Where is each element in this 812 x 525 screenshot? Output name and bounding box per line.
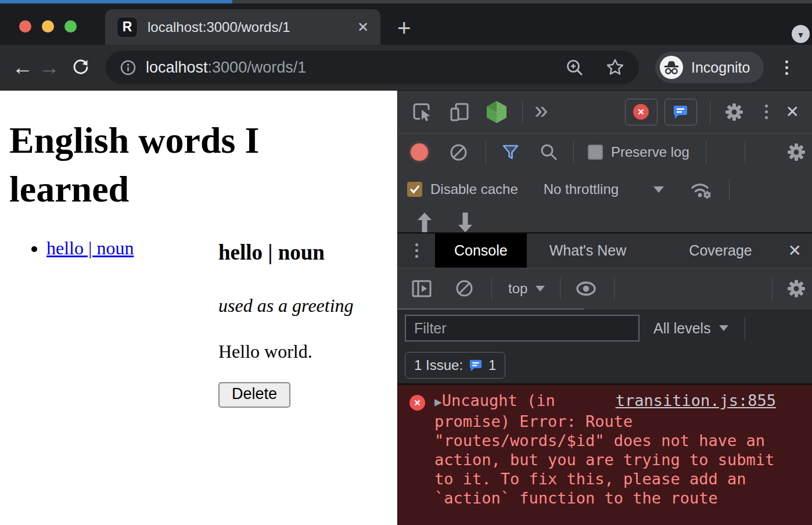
tab-coverage[interactable]: Coverage (670, 233, 771, 268)
browser-window: R localhost:3000/words/1 ✕ + ▼ ← → local… (0, 0, 812, 525)
tab-close-icon[interactable]: ✕ (357, 19, 369, 35)
browser-tab[interactable]: R localhost:3000/words/1 ✕ (105, 9, 380, 45)
console-sidebar-icon[interactable] (411, 278, 433, 300)
network-settings-gear-icon[interactable] (785, 141, 807, 163)
word-link[interactable]: hello | noun (46, 238, 134, 258)
console-toolbar: top (398, 268, 812, 309)
caret-down-icon (653, 186, 664, 193)
clear-network-icon[interactable] (449, 143, 468, 162)
console-error-entry: ✕ transition.js:855▶Uncaught (in promise… (398, 383, 812, 525)
word-list: hello | noun (9, 238, 218, 408)
tab-console[interactable]: Console (435, 233, 527, 268)
issue-label: 1 Issue: (414, 357, 463, 373)
traffic-lights (19, 20, 77, 33)
settings-gear-icon[interactable] (723, 101, 745, 123)
delete-button[interactable]: Delete (218, 382, 290, 408)
issues-badge[interactable] (664, 99, 697, 125)
issues-counter-button[interactable]: 1 Issue: 1 (405, 352, 505, 379)
address-bar[interactable]: localhost:3000/words/1 (106, 51, 639, 84)
error-source-link[interactable]: transition.js:855 (616, 391, 776, 410)
log-levels-select[interactable]: All levels (653, 320, 711, 337)
word-heading: hello | noun (218, 240, 388, 265)
live-expression-eye-icon[interactable] (574, 280, 598, 297)
console-issues-bar: 1 Issue: 1 (398, 347, 812, 383)
url-path: :3000/words/1 (208, 59, 307, 76)
word-definition: used as a greeting (218, 295, 388, 317)
preserve-log-label: Preserve log (611, 144, 689, 160)
network-toolbar-2: Disable cache No throttling (398, 171, 812, 208)
preserve-log-checkbox[interactable] (588, 145, 603, 160)
filter-funnel-icon[interactable] (501, 143, 520, 161)
url-host: localhost (146, 59, 208, 76)
issue-bubble-icon (469, 359, 483, 372)
console-filter-bar: All levels (398, 309, 812, 347)
devtools-close-icon[interactable]: ✕ (786, 102, 799, 121)
zoom-window-button[interactable] (64, 20, 77, 33)
page-info-icon[interactable] (120, 59, 136, 76)
issue-count: 1 (488, 357, 496, 373)
browser-toolbar: ← → localhost:3000/words/1 Incognito (0, 45, 812, 91)
network-conditions-icon[interactable] (688, 179, 714, 200)
console-filter-input[interactable] (405, 315, 639, 341)
check-icon (409, 184, 421, 195)
remix-favicon-icon: R (117, 17, 138, 38)
network-panel-stub (398, 208, 812, 232)
reload-button[interactable] (67, 58, 94, 77)
tab-whats-new[interactable]: What's New (530, 233, 646, 268)
context-select[interactable]: top (508, 281, 527, 297)
web-page: English words I learned hello | noun hel… (0, 91, 397, 525)
page-title: English words I learned (9, 116, 388, 214)
caret-down-icon: ▼ (797, 30, 805, 39)
clear-console-icon[interactable] (455, 279, 474, 298)
tab-title: localhost:3000/words/1 (148, 19, 351, 35)
disable-cache-label: Disable cache (430, 181, 518, 197)
incognito-label: Incognito (691, 59, 750, 76)
url-text: localhost:3000/words/1 (146, 59, 306, 77)
devtools-panel: » ✕ ✕ (397, 91, 812, 525)
record-network-log-button[interactable] (411, 143, 428, 161)
minimize-window-button[interactable] (42, 20, 54, 33)
tab-strip: R localhost:3000/words/1 ✕ + ▼ (0, 3, 812, 45)
network-toolbar: Preserve log (398, 134, 812, 171)
devtools-menu-button[interactable] (758, 105, 775, 119)
error-level-icon: ✕ (409, 395, 425, 411)
forward-button[interactable]: → (36, 55, 63, 80)
console-settings-gear-icon[interactable] (785, 278, 807, 300)
expand-triangle-icon[interactable]: ▶ (434, 395, 442, 409)
device-toolbar-icon[interactable] (449, 101, 471, 123)
drawer-tab-bar: Console What's New Coverage ✕ (398, 232, 812, 268)
drawer-menu-button[interactable] (398, 243, 435, 258)
list-item: hello | noun (46, 238, 218, 259)
back-button[interactable]: ← (9, 55, 36, 80)
inspect-element-icon[interactable] (411, 101, 433, 123)
drawer-close-icon[interactable]: ✕ (788, 241, 802, 260)
error-count-badge[interactable]: ✕ (625, 99, 657, 125)
caret-down-icon (536, 286, 545, 292)
scroll-up-icon (416, 213, 433, 232)
zoom-page-icon[interactable] (565, 58, 584, 77)
node-js-icon[interactable] (485, 100, 508, 124)
disable-cache-checkbox[interactable] (407, 182, 422, 197)
word-detail: hello | noun used as a greeting Hello wo… (218, 238, 388, 408)
error-icon: ✕ (633, 104, 649, 120)
error-message-body: transition.js:855▶Uncaught (in promise) … (434, 391, 776, 508)
word-example: Hello world. (218, 341, 388, 362)
issue-bubble-icon (673, 105, 688, 119)
more-tabs-icon[interactable]: » (534, 96, 548, 124)
browser-menu-button[interactable] (778, 60, 795, 75)
throttling-select[interactable]: No throttling (544, 181, 619, 197)
devtools-main-toolbar: » ✕ ✕ (398, 91, 812, 134)
caret-down-icon (719, 325, 728, 331)
scroll-down-icon (457, 213, 473, 232)
bookmark-star-icon[interactable] (605, 57, 625, 77)
incognito-badge: Incognito (655, 52, 764, 83)
search-icon[interactable] (540, 143, 558, 161)
tab-search-button[interactable]: ▼ (792, 25, 810, 43)
new-tab-button[interactable]: + (397, 20, 411, 36)
close-window-button[interactable] (19, 20, 31, 33)
incognito-icon (660, 56, 683, 79)
